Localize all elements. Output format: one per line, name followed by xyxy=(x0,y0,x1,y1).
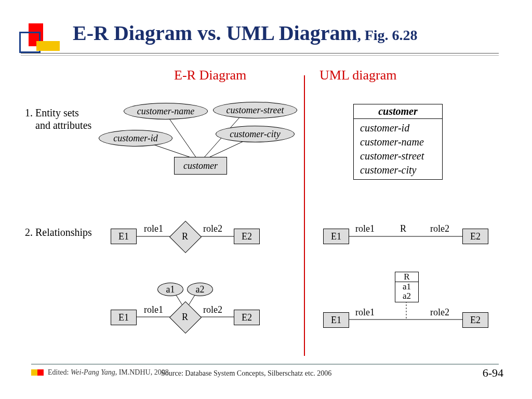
uml-rel1-role2: role2 xyxy=(430,223,449,234)
footer-edited-author: Wei-Pang Yang, xyxy=(71,368,119,376)
footer-source: Source: Database System Concepts, Silber… xyxy=(161,369,331,378)
uml-rel2-e2: E2 xyxy=(462,312,488,328)
slide-title: E-R Diagram vs. UML Diagram, Fig. 6.28 xyxy=(73,21,418,45)
er-rel1-e1: E1 xyxy=(111,229,137,244)
logo-yellow-block xyxy=(36,41,60,51)
page-number-page: 94 xyxy=(492,366,503,379)
row2-caption: 2. Relationships xyxy=(25,226,92,238)
er-rel2-role2: role2 xyxy=(203,304,222,315)
er-attr-customer-city: customer-city xyxy=(216,126,295,142)
uml-attr-customer-id: customer-id xyxy=(360,121,436,135)
er-rel2-a2: a2 xyxy=(187,283,213,296)
column-header-left: E-R Diagram xyxy=(174,68,246,83)
uml-rel1-r: R xyxy=(400,223,406,234)
page-number: 6-94 xyxy=(483,366,503,380)
er-rel1-r: R xyxy=(174,225,196,247)
uml-row2-simple-lines xyxy=(0,0,532,399)
page-number-chapter: 6 xyxy=(483,366,488,379)
row1-caption-line1: 1. Entity sets xyxy=(25,107,79,118)
row1-caption-line2: and attributes xyxy=(25,119,91,131)
er-row2-simple-lines xyxy=(0,0,532,399)
column-header-right: UML diagram xyxy=(320,68,397,83)
uml-class-name: customer xyxy=(354,104,442,119)
uml-row2-attr-lines xyxy=(0,0,532,399)
uml-attr-customer-name: customer-name xyxy=(360,135,436,149)
uml-class-attrs: customer-id customer-name customer-stree… xyxy=(354,119,442,179)
uml-association-class: R a1 a2 xyxy=(395,272,419,302)
uml-rel2-e1: E1 xyxy=(323,312,349,328)
er-attr-customer-street: customer-street xyxy=(213,102,297,118)
uml-attr-customer-city: customer-city xyxy=(360,163,436,177)
uml-rel1-role1: role1 xyxy=(355,223,375,234)
er-rel1-role1: role1 xyxy=(144,223,163,234)
er-entity-customer: customer xyxy=(174,157,227,175)
er-rel2-e1: E1 xyxy=(111,310,137,325)
footer-edited: Edited: Wei-Pang Yang, IM.NDHU, 2008 xyxy=(48,368,169,377)
footer-edited-label: Edited: xyxy=(48,368,71,376)
uml-assoc-a1: a1 xyxy=(395,282,418,291)
er-rel1-e2: E2 xyxy=(234,229,260,244)
uml-rel1-e1: E1 xyxy=(323,229,349,244)
uml-assoc-r: R xyxy=(395,272,418,282)
uml-class-customer: customer customer-id customer-name custo… xyxy=(353,104,443,180)
footer-divider xyxy=(31,364,499,365)
er-row1-lines xyxy=(0,0,532,399)
uml-rel2-role1: role1 xyxy=(355,307,375,318)
uml-attr-customer-street: customer-street xyxy=(360,149,436,163)
footer-logo xyxy=(31,368,44,378)
er-attr-customer-id: customer-id xyxy=(99,130,172,147)
slide: E-R Diagram vs. UML Diagram, Fig. 6.28 E… xyxy=(0,0,532,399)
er-row2-attr-lines xyxy=(0,0,532,399)
er-rel2-a1: a1 xyxy=(157,283,183,296)
title-divider xyxy=(21,53,499,54)
title-main: E-R Diagram vs. UML Diagram xyxy=(73,21,357,45)
er-rel2-role1: role1 xyxy=(144,304,163,315)
er-rel1-role2: role2 xyxy=(203,223,222,234)
uml-rel1-e2: E2 xyxy=(462,229,488,244)
uml-assoc-a2: a2 xyxy=(395,291,418,301)
row1-caption: 1. Entity sets and attributes xyxy=(25,107,91,131)
title-fig-ref: , Fig. 6.28 xyxy=(357,27,418,43)
er-rel2-r: R xyxy=(174,306,196,328)
er-rel2-e2: E2 xyxy=(234,310,260,325)
er-attr-customer-name: customer-name xyxy=(124,103,208,119)
title-divider-shadow xyxy=(21,55,499,56)
uml-rel2-role2: role2 xyxy=(430,307,449,318)
column-divider xyxy=(304,75,305,356)
